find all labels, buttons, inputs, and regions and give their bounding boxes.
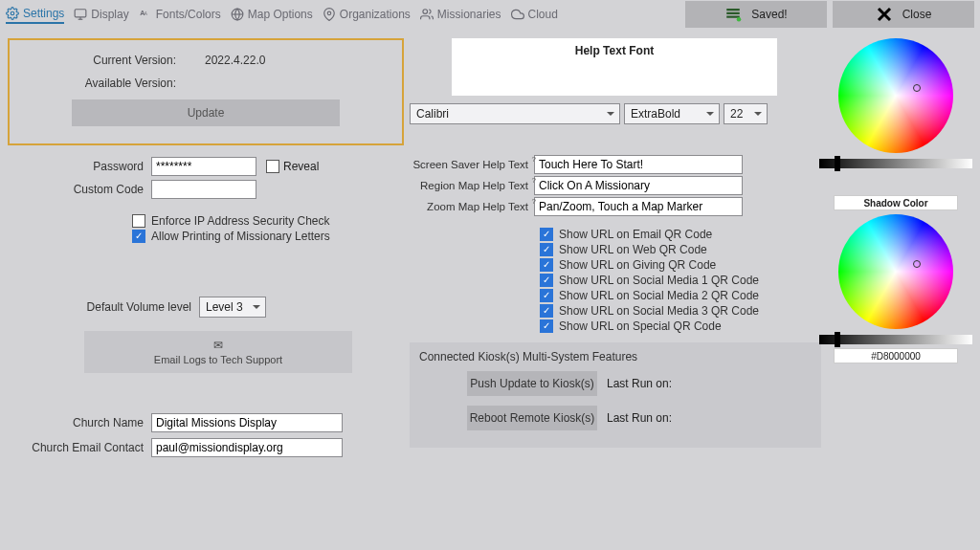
qr-giving-checkbox[interactable] bbox=[540, 258, 553, 272]
tab-map[interactable]: Map Options bbox=[231, 6, 313, 23]
update-button[interactable]: Update bbox=[72, 99, 340, 126]
screen-saver-help-label: Screen Saver Help Text? bbox=[410, 159, 534, 170]
shadow-color-value: #D8000000 bbox=[834, 348, 958, 363]
qr-web-checkbox[interactable] bbox=[540, 243, 553, 256]
push-last-run: Last Run on: bbox=[607, 377, 672, 390]
gear-icon bbox=[6, 7, 19, 20]
tab-label: Cloud bbox=[528, 8, 558, 21]
globe-icon bbox=[231, 8, 244, 21]
email-logs-button[interactable]: ✉ Email Logs to Tech Support bbox=[84, 331, 352, 373]
available-version-label: Available Version: bbox=[33, 77, 205, 90]
tab-cloud[interactable]: Cloud bbox=[511, 6, 558, 23]
svg-point-13 bbox=[737, 17, 742, 22]
close-label: Close bbox=[902, 8, 932, 21]
svg-point-9 bbox=[423, 10, 428, 14]
saved-label: Saved! bbox=[751, 8, 787, 21]
save-icon bbox=[724, 6, 742, 23]
font-family-select[interactable]: Calibri bbox=[410, 103, 620, 124]
primary-color-picker[interactable] bbox=[819, 38, 972, 168]
reboot-kiosk-button[interactable]: Reboot Remote Kiosk(s) bbox=[467, 406, 597, 430]
church-email-label: Church Email Contact bbox=[8, 441, 151, 454]
tab-label: Organizations bbox=[340, 8, 411, 21]
password-label: Password bbox=[8, 160, 151, 173]
allow-printing-checkbox[interactable] bbox=[132, 230, 145, 243]
close-button[interactable]: Close bbox=[833, 1, 974, 28]
shadow-color-title: Shadow Color bbox=[834, 195, 958, 210]
svg-text:A: A bbox=[145, 11, 148, 16]
qr-sm2-checkbox[interactable] bbox=[540, 289, 553, 302]
help-text-font-title: Help Text Font bbox=[452, 38, 777, 96]
current-version-label: Current Version: bbox=[33, 54, 205, 67]
font-weight-select[interactable]: ExtraBold bbox=[624, 103, 720, 124]
color-wheel-icon[interactable] bbox=[838, 214, 953, 329]
push-update-button[interactable]: Push Update to Kiosk(s) bbox=[467, 371, 597, 396]
tab-display[interactable]: Display bbox=[74, 6, 128, 23]
color-wheel-icon[interactable] bbox=[838, 38, 953, 153]
password-input[interactable] bbox=[151, 157, 256, 176]
font-size-select[interactable]: 22 bbox=[724, 103, 768, 124]
current-version-value: 2022.4.22.0 bbox=[205, 54, 265, 67]
church-name-input[interactable] bbox=[151, 413, 343, 432]
tab-label: Fonts/Colors bbox=[156, 8, 221, 21]
enforce-ip-label: Enforce IP Address Security Check bbox=[151, 214, 330, 228]
svg-rect-1 bbox=[76, 10, 87, 17]
church-name-label: Church Name bbox=[8, 416, 151, 429]
kiosk-panel: Connected Kiosk(s) Multi-System Features… bbox=[410, 342, 821, 448]
tab-label: Missionaries bbox=[437, 8, 501, 21]
monitor-icon bbox=[74, 8, 87, 21]
region-help-label: Region Map Help Text? bbox=[410, 180, 534, 191]
envelope-icon: ✉ bbox=[213, 339, 223, 352]
qr-special-checkbox[interactable] bbox=[540, 319, 553, 333]
custom-code-input[interactable] bbox=[151, 180, 256, 199]
brightness-slider[interactable] bbox=[819, 159, 972, 168]
reveal-checkbox[interactable] bbox=[266, 160, 279, 173]
brightness-slider[interactable] bbox=[819, 335, 972, 344]
church-email-input[interactable] bbox=[151, 438, 343, 457]
qr-sm3-checkbox[interactable] bbox=[540, 304, 553, 318]
cloud-icon bbox=[511, 8, 524, 21]
qr-sm1-checkbox[interactable] bbox=[540, 274, 553, 287]
qr-email-checkbox[interactable] bbox=[540, 228, 553, 241]
volume-label: Default Volume level bbox=[8, 300, 199, 314]
font-icon: AA bbox=[139, 8, 152, 21]
zoom-help-label: Zoom Map Help Text? bbox=[410, 201, 534, 212]
tab-orgs[interactable]: Organizations bbox=[323, 6, 411, 23]
screen-saver-help-input[interactable] bbox=[534, 155, 743, 174]
tab-fonts[interactable]: AA Fonts/Colors bbox=[139, 6, 221, 23]
reveal-label: Reveal bbox=[283, 160, 319, 173]
svg-rect-11 bbox=[727, 12, 741, 14]
enforce-ip-checkbox[interactable] bbox=[132, 214, 145, 228]
users-icon bbox=[420, 8, 434, 21]
allow-printing-label: Allow Printing of Missionary Letters bbox=[151, 230, 330, 243]
reboot-last-run: Last Run on: bbox=[607, 411, 672, 425]
tab-label: Display bbox=[91, 8, 128, 21]
zoom-help-input[interactable] bbox=[534, 197, 743, 216]
tab-label: Map Options bbox=[248, 8, 313, 21]
tab-label: Settings bbox=[23, 7, 64, 20]
version-panel: Current Version: 2022.4.22.0 Available V… bbox=[8, 38, 404, 145]
tab-settings[interactable]: Settings bbox=[6, 5, 64, 24]
svg-point-0 bbox=[11, 11, 14, 15]
shadow-color-picker[interactable]: Shadow Color #D8000000 bbox=[819, 191, 972, 363]
close-icon bbox=[876, 6, 893, 23]
volume-select[interactable]: Level 3 bbox=[199, 297, 266, 318]
pin-icon bbox=[323, 8, 336, 21]
custom-code-label: Custom Code bbox=[8, 183, 151, 196]
region-help-input[interactable] bbox=[534, 176, 743, 195]
tab-missionaries[interactable]: Missionaries bbox=[420, 6, 501, 23]
svg-point-8 bbox=[327, 11, 331, 15]
kiosk-title: Connected Kiosk(s) Multi-System Features bbox=[419, 350, 812, 363]
saved-button[interactable]: Saved! bbox=[685, 1, 827, 28]
svg-rect-10 bbox=[727, 9, 741, 11]
